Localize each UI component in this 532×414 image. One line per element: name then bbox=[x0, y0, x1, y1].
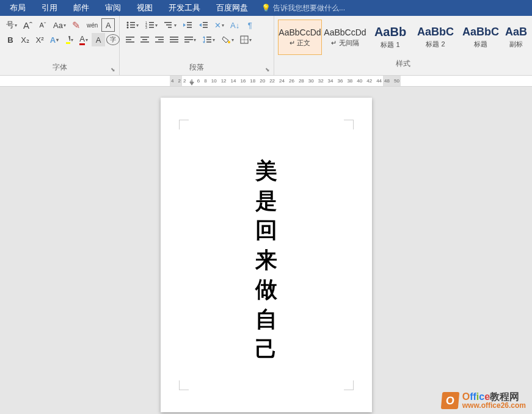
enclose-char-button[interactable]: 字 bbox=[106, 34, 120, 45]
menu-review[interactable]: 审阅 bbox=[98, 0, 128, 16]
line-spacing-button[interactable]: ▾ bbox=[200, 33, 217, 46]
style-preview: AaBbCcDd bbox=[324, 27, 366, 37]
grow-font-button[interactable]: Aˆ bbox=[21, 18, 35, 32]
style-name: 标题 bbox=[474, 40, 487, 49]
watermark-url: www.office26.com bbox=[462, 402, 526, 409]
style-heading1[interactable]: AaBb 标题 1 bbox=[368, 20, 412, 55]
menu-references[interactable]: 引用 bbox=[34, 0, 65, 16]
format-painter-button[interactable]: ✎ bbox=[70, 18, 83, 32]
ruler-tick: 34 bbox=[328, 78, 333, 84]
document-text[interactable]: 美是回来做自己 bbox=[255, 156, 277, 364]
font-color-button[interactable]: A▾ bbox=[77, 33, 90, 46]
align-right-button[interactable] bbox=[153, 33, 166, 46]
doc-char: 是 bbox=[255, 186, 277, 216]
document-area: 美是回来做自己 O Office教程网 www.office26.com bbox=[0, 87, 532, 414]
char-border-button[interactable]: A bbox=[101, 18, 115, 32]
shading-button[interactable]: ▾ bbox=[219, 33, 236, 46]
svg-rect-24 bbox=[126, 42, 134, 43]
style-preview: AaB bbox=[505, 26, 527, 38]
tell-me-search[interactable]: 💡 告诉我您想要做什么... bbox=[257, 3, 345, 13]
bullets-button[interactable]: ▾ bbox=[123, 18, 141, 32]
first-line-indent-marker-icon[interactable] bbox=[189, 82, 194, 85]
char-shading-button[interactable]: A bbox=[92, 33, 105, 46]
menu-baidu[interactable]: 百度网盘 bbox=[209, 0, 255, 16]
doc-char: 自 bbox=[255, 305, 277, 335]
svg-rect-31 bbox=[170, 37, 178, 38]
svg-rect-28 bbox=[155, 37, 164, 38]
ruler-tick: 42 bbox=[366, 78, 372, 84]
align-center-button[interactable] bbox=[138, 33, 151, 46]
svg-rect-2 bbox=[130, 22, 135, 23]
bold-button[interactable]: B bbox=[4, 33, 17, 46]
office-logo-icon: O bbox=[441, 392, 459, 409]
ruler-tick: 36 bbox=[338, 78, 343, 84]
style-preview: AaBbCcDd bbox=[279, 27, 321, 37]
svg-point-3 bbox=[127, 24, 129, 26]
styles-group: AaBbCcDd ↵ 正文 AaBbCcDd ↵ 无间隔 AaBb 标题 1 A… bbox=[274, 16, 532, 75]
menu-layout[interactable]: 布局 bbox=[2, 0, 33, 16]
style-subtitle[interactable]: AaB 副标 bbox=[504, 20, 528, 55]
sort-button[interactable]: A↓ bbox=[228, 18, 242, 32]
svg-rect-8 bbox=[149, 22, 154, 23]
svg-rect-37 bbox=[204, 38, 205, 42]
justify-button[interactable] bbox=[167, 33, 181, 46]
distributed-button[interactable]: ▾ bbox=[182, 33, 199, 46]
style-title[interactable]: AaBbC 标题 bbox=[459, 20, 503, 55]
style-preview: AaBb bbox=[374, 25, 406, 39]
show-marks-button[interactable]: ¶ bbox=[243, 18, 257, 32]
ruler-tick: 38 bbox=[347, 78, 352, 84]
style-preview: AaBbC bbox=[462, 26, 499, 38]
svg-rect-12 bbox=[149, 27, 154, 28]
ruler-tick: 14 bbox=[231, 78, 236, 84]
ruler-tick: 12 bbox=[221, 78, 227, 84]
svg-rect-39 bbox=[206, 39, 211, 40]
subscript-button[interactable]: X₂ bbox=[18, 33, 32, 46]
superscript-button[interactable]: X² bbox=[33, 33, 46, 46]
ruler-tick: 22 bbox=[269, 78, 275, 84]
font-group-label: 字体 ⬊ bbox=[2, 61, 117, 74]
style-name: ↵ 无间隔 bbox=[331, 38, 359, 48]
margin-mark-icon bbox=[179, 120, 189, 129]
style-no-spacing[interactable]: AaBbCcDd ↵ 无间隔 bbox=[323, 20, 367, 55]
menu-mailings[interactable]: 邮件 bbox=[66, 0, 97, 16]
style-gallery: AaBbCcDd ↵ 正文 AaBbCcDd ↵ 无间隔 AaBb 标题 1 A… bbox=[277, 17, 530, 57]
text-effects-button[interactable]: A▾ bbox=[48, 33, 61, 46]
menu-view[interactable]: 视图 bbox=[129, 0, 160, 16]
style-name: ↵ 正文 bbox=[290, 38, 310, 48]
font-dialog-launcher-icon[interactable]: ⬊ bbox=[111, 67, 115, 73]
margin-mark-icon bbox=[179, 380, 189, 390]
menu-dev-tools[interactable]: 开发工具 bbox=[161, 0, 208, 16]
align-left-button[interactable] bbox=[123, 33, 137, 46]
font-size-button[interactable]: 号 ▾ bbox=[4, 18, 20, 32]
style-heading2[interactable]: AaBbC 标题 2 bbox=[414, 20, 457, 55]
decrease-indent-button[interactable] bbox=[180, 18, 195, 32]
ruler-tick: 32 bbox=[318, 78, 324, 84]
document-page[interactable]: 美是回来做自己 bbox=[161, 98, 372, 412]
horizontal-ruler[interactable]: 4 2 246810121416182022242628303234363840… bbox=[0, 76, 532, 87]
svg-rect-25 bbox=[140, 37, 149, 38]
svg-point-1 bbox=[127, 22, 129, 24]
svg-rect-40 bbox=[206, 42, 211, 43]
asian-layout-button[interactable]: ✕▾ bbox=[212, 18, 227, 32]
style-name: 标题 2 bbox=[426, 40, 445, 49]
shrink-font-button[interactable]: Aˇ bbox=[36, 18, 49, 32]
svg-rect-20 bbox=[203, 24, 208, 26]
ruler-tick: 2 bbox=[183, 78, 186, 84]
svg-rect-16 bbox=[187, 22, 192, 23]
increase-indent-button[interactable] bbox=[196, 18, 211, 32]
svg-rect-0 bbox=[66, 42, 70, 44]
phonetic-guide-button[interactable]: wén bbox=[84, 18, 100, 32]
svg-text:3: 3 bbox=[145, 26, 147, 29]
paragraph-dialog-launcher-icon[interactable]: ⬊ bbox=[265, 67, 270, 73]
highlight-button[interactable]: ▾ bbox=[62, 33, 76, 46]
ruler-tick: 44 bbox=[376, 78, 382, 84]
borders-button[interactable]: ▾ bbox=[238, 33, 254, 46]
style-normal[interactable]: AaBbCcDd ↵ 正文 bbox=[278, 20, 322, 55]
svg-rect-34 bbox=[184, 37, 193, 38]
numbering-button[interactable]: 123▾ bbox=[142, 18, 160, 32]
ruler-tick: 48 bbox=[384, 78, 390, 84]
change-case-button[interactable]: Aa▾ bbox=[51, 18, 68, 32]
doc-char: 回 bbox=[255, 216, 277, 245]
svg-rect-32 bbox=[170, 39, 178, 40]
multilevel-list-button[interactable]: ▾ bbox=[161, 18, 179, 32]
